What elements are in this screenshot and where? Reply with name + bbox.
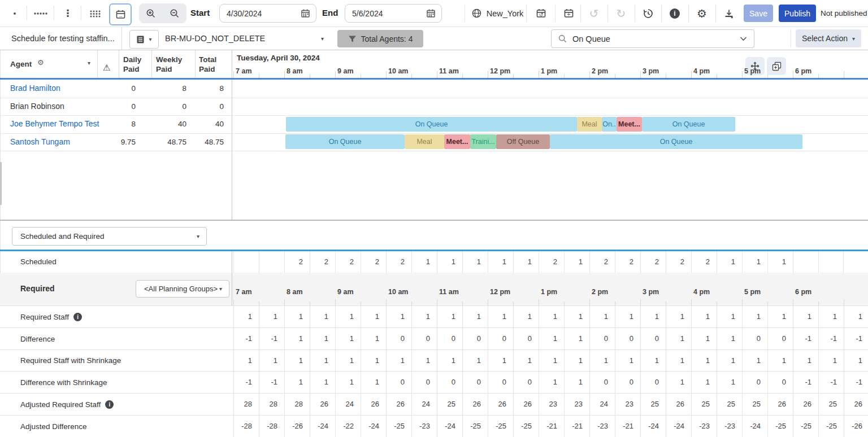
agent-name-link[interactable]: Brad Hamilton xyxy=(10,80,60,97)
value-cell: 26 xyxy=(310,394,335,416)
business-unit-select[interactable]: BR-MU-DO_NOT_DELETE ▾ xyxy=(165,34,329,43)
required-data-row: Required Staffi1111111111111111111111111 xyxy=(0,305,868,328)
value-cell: 1 xyxy=(742,350,767,372)
zoom-group xyxy=(139,3,186,23)
hour-label: 9 am xyxy=(337,67,354,75)
shift-segment-meeting[interactable]: Meet... xyxy=(617,117,642,132)
hour-label: 6 pm xyxy=(795,288,811,296)
agent-table-row: Brad Hamilton088 xyxy=(0,80,232,98)
time-tick xyxy=(717,74,717,78)
value-cell: 0 xyxy=(640,328,666,350)
total-paid-value: 8 xyxy=(186,80,224,97)
add-schedule-button[interactable]: + xyxy=(557,3,580,23)
scheduled-cell xyxy=(233,251,259,273)
hour-label: 1 pm xyxy=(541,288,557,296)
value-cell: 0 xyxy=(513,372,539,394)
publish-button[interactable]: Publish xyxy=(779,5,816,22)
select-action-button[interactable]: Select Action ▾ xyxy=(796,29,861,47)
value-cell: -23 xyxy=(589,416,615,437)
zoom-in-button[interactable] xyxy=(139,3,163,23)
total-agents-filter-button[interactable]: Total Agents: 4 xyxy=(337,30,423,47)
required-data-row: Required Staff with Shrinkage11111111111… xyxy=(0,349,868,372)
value-cell: 1 xyxy=(844,306,868,328)
view-select-dropdown[interactable]: Scheduled and Required ▾ xyxy=(12,227,207,246)
history-icon xyxy=(643,8,654,19)
time-tick xyxy=(335,71,336,78)
value-cell: 23 xyxy=(539,394,564,416)
value-cell: 24 xyxy=(335,394,361,416)
agent-sort-caret-icon[interactable]: ▾ xyxy=(88,60,90,66)
shift-segment-meeting[interactable]: Meet... xyxy=(444,134,470,149)
value-cell: -1 xyxy=(818,372,844,394)
value-cell: 1 xyxy=(361,350,386,372)
value-cell: 28 xyxy=(233,394,259,416)
start-date-input[interactable]: 4/30/2024 xyxy=(219,4,316,23)
view-options-button[interactable]: ⋮ xyxy=(57,3,79,23)
end-date-input[interactable]: 5/6/2024 xyxy=(345,4,442,23)
info-circle-icon[interactable]: i xyxy=(73,313,82,321)
zoom-out-button[interactable] xyxy=(163,3,186,23)
hour-label: 6 pm xyxy=(795,67,811,75)
value-cell: 1 xyxy=(539,372,564,394)
view-mode-dropdown[interactable]: ▾ xyxy=(129,30,159,49)
scheduled-cell: 2 xyxy=(691,251,717,273)
hour-label: 12 pm xyxy=(490,288,510,296)
shift-segment-on-queue[interactable]: On Queue xyxy=(285,134,405,149)
value-cell: 1 xyxy=(361,306,386,328)
shift-segment-on-queue[interactable]: On Queue xyxy=(550,134,802,149)
required-row-label: Adjusted Required Staffi xyxy=(20,394,114,416)
calendar-icon xyxy=(426,8,436,18)
history-button[interactable] xyxy=(637,3,659,23)
agent-name-link[interactable]: Santosh Tungam xyxy=(10,133,70,151)
value-cell: 1 xyxy=(793,306,818,328)
settings-button[interactable]: ⚙ xyxy=(691,3,713,23)
value-cell: -21 xyxy=(615,416,640,437)
time-tick xyxy=(259,301,259,305)
shift-segment-meal[interactable]: Meal xyxy=(577,117,602,132)
value-cell: 1 xyxy=(284,350,310,372)
reset-schedule-button[interactable]: ↺ xyxy=(529,3,553,23)
view-multiday-button[interactable] xyxy=(29,3,52,23)
time-tick xyxy=(742,299,743,305)
shift-segment-on-queue[interactable]: On Queue xyxy=(642,117,735,132)
value-cell: -24 xyxy=(640,416,666,437)
date-range-view-button[interactable]: ↔ xyxy=(109,3,132,25)
timezone-button[interactable]: New_York xyxy=(469,3,526,23)
info-circle-icon[interactable]: i xyxy=(105,400,114,409)
hour-label: 11 am xyxy=(439,67,459,75)
undo-button[interactable]: ↺ xyxy=(583,3,605,23)
timeline-row: On QueueMealMeet...Traini...Off QueueOn … xyxy=(232,133,868,152)
activity-search-select[interactable]: On Queue xyxy=(551,29,754,48)
required-row-label: Difference xyxy=(20,328,55,350)
shift-segment-off-queue[interactable]: Off Queue xyxy=(496,134,550,149)
value-cell: 1 xyxy=(310,306,335,328)
info-button[interactable]: i xyxy=(663,3,686,23)
time-tick xyxy=(666,74,666,78)
save-button[interactable]: Save xyxy=(744,5,773,22)
value-cell: -23 xyxy=(717,416,742,437)
vertical-scrollbar[interactable] xyxy=(0,162,2,205)
value-cell: -25 xyxy=(818,416,844,437)
value-cell: -23 xyxy=(411,416,437,437)
download-button[interactable] xyxy=(718,3,740,23)
planning-groups-dropdown[interactable]: <All Planning Groups> ▾ xyxy=(136,280,229,298)
value-cell: -1 xyxy=(844,372,868,394)
value-cell: 25 xyxy=(640,394,666,416)
value-cell: 1 xyxy=(818,306,844,328)
agent-settings-gear-icon[interactable]: ⚙ xyxy=(37,58,44,67)
row-label-text: Adjusted Difference xyxy=(20,422,87,431)
hour-label: 8 am xyxy=(287,67,303,75)
scheduled-cell: 2 xyxy=(361,251,386,273)
time-tick xyxy=(844,71,844,78)
shift-segment-training[interactable]: Traini... xyxy=(470,134,496,149)
agent-name-link[interactable]: Joe Behymer Tempo Test xyxy=(10,115,99,133)
shift-segment-meal[interactable]: Meal xyxy=(405,134,444,149)
redo-button[interactable]: ↻ xyxy=(610,3,632,23)
view-day-button[interactable] xyxy=(5,3,25,23)
value-cell: -25 xyxy=(488,416,513,437)
value-cell: 1 xyxy=(233,350,259,372)
shift-segment-on-queue[interactable]: On Queue xyxy=(286,117,577,132)
row-label-text: Required Staff with Shrinkage xyxy=(20,356,121,365)
view-grid-button[interactable] xyxy=(84,3,106,23)
shift-segment-on-queue[interactable]: On.. xyxy=(602,117,617,132)
